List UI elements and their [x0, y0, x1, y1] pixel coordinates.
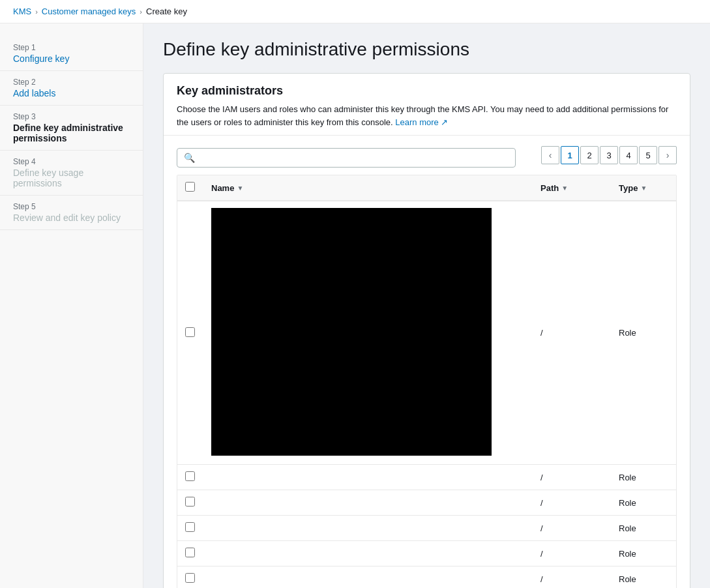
row-4-path-cell: / — [533, 541, 611, 566]
pagination-prev-arrow[interactable]: ‹ — [541, 146, 559, 164]
breadcrumb-sep-1: › — [35, 8, 38, 16]
row-1-checkbox-cell — [177, 465, 203, 490]
type-sort-icon: ▼ — [640, 184, 647, 192]
sidebar-step-3: Step 3 Define key administrative permiss… — [0, 106, 143, 151]
table-head: Name ▼ Path ▼ — [177, 175, 676, 201]
th-name[interactable]: Name ▼ — [203, 175, 533, 201]
row-5-checkbox-cell — [177, 566, 203, 589]
sidebar-step-4-label: Step 4 — [13, 157, 130, 166]
sidebar-step-1-label: Step 1 — [13, 43, 130, 52]
row-3-path-cell: / — [533, 516, 611, 541]
th-select-all — [177, 175, 203, 201]
breadcrumb-sep-2: › — [140, 8, 142, 16]
card-header: Key administrators Choose the IAM users … — [164, 74, 690, 136]
pagination-page-2[interactable]: 2 — [580, 146, 599, 164]
sidebar-step-3-label: Step 3 — [13, 112, 130, 121]
row-4-name-cell — [203, 541, 533, 566]
table-row: / Role — [177, 490, 676, 516]
th-path-label: Path — [540, 183, 559, 193]
row-1-checkbox[interactable] — [185, 471, 195, 481]
table-wrapper: Name ▼ Path ▼ — [177, 175, 677, 588]
row-3-checkbox[interactable] — [185, 522, 195, 532]
table-body: / Role / Role — [177, 201, 676, 588]
main-layout: Step 1 Configure key Step 2 Add labels S… — [0, 23, 710, 588]
th-path[interactable]: Path ▼ — [533, 175, 611, 201]
sidebar: Step 1 Configure key Step 2 Add labels S… — [0, 23, 143, 588]
row-3-name-cell — [203, 516, 533, 541]
th-type-label: Type — [619, 183, 638, 193]
row-0-checkbox-cell — [177, 201, 203, 465]
search-icon: 🔍 — [184, 153, 195, 163]
sidebar-step-4-name: Define key usage permissions — [13, 168, 130, 188]
search-pagination-row: 🔍 ‹ 1 2 3 4 5 › — [177, 146, 677, 169]
th-type[interactable]: Type ▼ — [611, 175, 676, 201]
row-4-type-cell: Role — [611, 541, 676, 566]
sidebar-step-2: Step 2 Add labels — [0, 71, 143, 106]
card-body: 🔍 ‹ 1 2 3 4 5 › — [164, 136, 690, 588]
search-box[interactable]: 🔍 — [177, 148, 516, 168]
sidebar-step-1: Step 1 Configure key — [0, 37, 143, 71]
name-sort-icon: ▼ — [237, 184, 243, 192]
breadcrumb-kms[interactable]: KMS — [13, 7, 31, 16]
row-0-name-cell — [203, 201, 533, 465]
page-title: Define key administrative permissions — [163, 39, 690, 60]
app-container: KMS › Customer managed keys › Create key… — [0, 0, 710, 588]
breadcrumb-customer-managed-keys[interactable]: Customer managed keys — [42, 7, 136, 16]
row-1-name-cell — [203, 465, 533, 490]
row-1-path-cell: / — [533, 465, 611, 490]
pagination-page-4[interactable]: 4 — [619, 146, 638, 164]
row-5-name-cell — [203, 566, 533, 589]
pagination-next-arrow[interactable]: › — [658, 146, 677, 164]
row-1-type-cell: Role — [611, 465, 676, 490]
select-all-checkbox[interactable] — [185, 182, 195, 192]
row-2-path-cell: / — [533, 490, 611, 516]
row-2-checkbox-cell — [177, 490, 203, 516]
card-title: Key administrators — [177, 84, 677, 98]
redacted-name-block — [211, 208, 492, 456]
breadcrumb: KMS › Customer managed keys › Create key — [0, 0, 710, 23]
th-name-label: Name — [211, 183, 234, 193]
table-row: / Role — [177, 465, 676, 490]
path-sort-icon: ▼ — [561, 184, 568, 192]
key-administrators-card: Key administrators Choose the IAM users … — [163, 73, 690, 588]
sidebar-step-2-name[interactable]: Add labels — [13, 88, 130, 98]
row-4-checkbox[interactable] — [185, 548, 195, 557]
pagination-page-5[interactable]: 5 — [639, 146, 657, 164]
row-2-checkbox[interactable] — [185, 497, 195, 507]
main-content: Define key administrative permissions Ke… — [143, 23, 710, 588]
pagination-page-1[interactable]: 1 — [561, 146, 579, 164]
row-0-type-cell: Role — [611, 201, 676, 465]
row-0-path-cell: / — [533, 201, 611, 465]
table-header-row: Name ▼ Path ▼ — [177, 175, 676, 201]
table-row: / Role — [177, 566, 676, 589]
row-0-checkbox[interactable] — [185, 327, 195, 337]
learn-more-link[interactable]: Learn more ↗ — [395, 117, 448, 127]
row-2-type-cell: Role — [611, 490, 676, 516]
table-row: / Role — [177, 541, 676, 566]
sidebar-step-1-name[interactable]: Configure key — [13, 53, 130, 64]
pagination-page-3[interactable]: 3 — [600, 146, 618, 164]
table-row: / Role — [177, 516, 676, 541]
row-5-type-cell: Role — [611, 566, 676, 589]
row-3-type-cell: Role — [611, 516, 676, 541]
row-5-checkbox[interactable] — [185, 573, 195, 583]
breadcrumb-create-key: Create key — [146, 7, 187, 16]
administrators-table: Name ▼ Path ▼ — [177, 175, 676, 588]
sidebar-step-2-label: Step 2 — [13, 78, 130, 87]
row-2-name-cell — [203, 490, 533, 516]
sidebar-step-5-name: Review and edit key policy — [13, 213, 130, 223]
table-row: / Role — [177, 201, 676, 465]
row-3-checkbox-cell — [177, 516, 203, 541]
sidebar-step-5-label: Step 5 — [13, 202, 130, 211]
sidebar-step-4: Step 4 Define key usage permissions — [0, 151, 143, 196]
row-4-checkbox-cell — [177, 541, 203, 566]
sidebar-step-5: Step 5 Review and edit key policy — [0, 196, 143, 230]
sidebar-step-3-name: Define key administrative permissions — [13, 123, 130, 143]
card-description: Choose the IAM users and roles who can a… — [177, 103, 677, 128]
pagination: ‹ 1 2 3 4 5 › — [541, 146, 677, 164]
row-5-path-cell: / — [533, 566, 611, 589]
search-input[interactable] — [199, 153, 509, 163]
